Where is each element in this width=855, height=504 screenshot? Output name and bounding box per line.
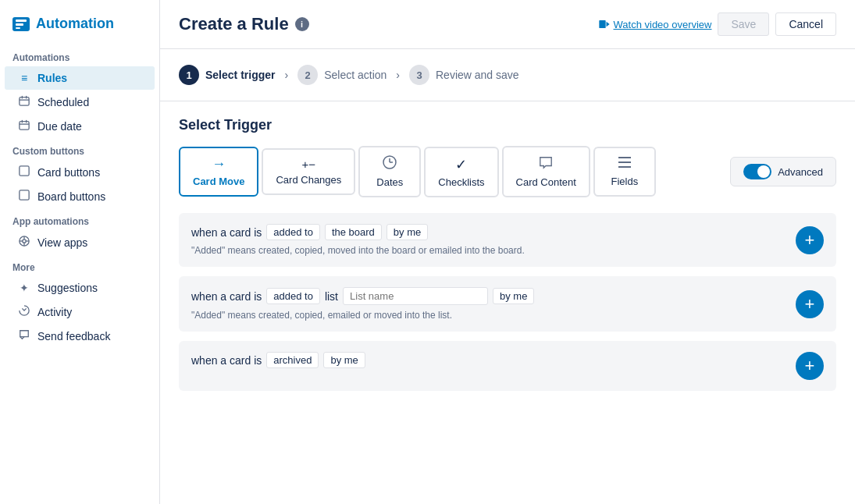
sidebar-item-send-feedback[interactable]: Send feedback bbox=[5, 324, 155, 348]
rule-list-input[interactable] bbox=[343, 287, 488, 305]
tab-card-changes-label: Card Changes bbox=[276, 174, 341, 186]
sidebar-item-suggestions-label: Suggestions bbox=[37, 282, 98, 294]
rule-archived-add-button[interactable]: + bbox=[796, 352, 824, 380]
step-arrow-2: › bbox=[396, 69, 400, 81]
svg-rect-11 bbox=[20, 166, 29, 176]
sidebar-item-view-apps-label: View apps bbox=[37, 236, 87, 249]
sidebar-item-board-buttons-label: Board buttons bbox=[37, 190, 105, 203]
step-3-label: Review and save bbox=[436, 69, 519, 81]
content-area: Select Trigger → Card Move +− Card Chang… bbox=[160, 101, 855, 504]
toggle-knob bbox=[757, 165, 770, 178]
page-title-area: Create a Rule i bbox=[179, 14, 590, 34]
page-title: Create a Rule bbox=[179, 14, 289, 34]
advanced-toggle[interactable]: Advanced bbox=[730, 157, 836, 186]
scheduled-icon bbox=[17, 95, 31, 108]
step-3: 3 Review and save bbox=[409, 65, 519, 85]
checklists-icon: ✓ bbox=[455, 156, 467, 173]
step-1-num: 1 bbox=[179, 65, 199, 85]
sidebar-item-view-apps[interactable]: View apps bbox=[5, 230, 155, 254]
info-icon[interactable]: i bbox=[295, 17, 309, 31]
section-automations: Automations bbox=[0, 44, 159, 66]
sidebar-item-due-date[interactable]: Due date bbox=[5, 114, 155, 138]
tab-dates-label: Dates bbox=[376, 176, 403, 188]
sidebar-title: Automation bbox=[36, 16, 114, 32]
step-2: 2 Select action bbox=[297, 65, 387, 85]
card-buttons-icon bbox=[17, 165, 31, 179]
sidebar-item-send-feedback-label: Send feedback bbox=[37, 330, 110, 343]
sidebar-item-card-buttons[interactable]: Card buttons bbox=[5, 160, 155, 184]
rules-icon: ≡ bbox=[17, 72, 31, 84]
tab-fields[interactable]: Fields bbox=[593, 147, 656, 197]
sidebar-item-rules[interactable]: ≡ Rules bbox=[5, 66, 155, 90]
rule-list-text-1: when a card is bbox=[191, 290, 262, 303]
sidebar-item-rules-label: Rules bbox=[37, 72, 67, 84]
svg-rect-19 bbox=[599, 20, 605, 28]
rule-card-archived-body: when a card is archived by me bbox=[191, 352, 786, 373]
sidebar-item-activity-label: Activity bbox=[37, 306, 72, 318]
suggestions-icon: ✦ bbox=[17, 282, 31, 294]
tab-card-content[interactable]: Card Content bbox=[502, 146, 590, 197]
svg-marker-20 bbox=[606, 22, 609, 27]
svg-rect-1 bbox=[16, 23, 23, 26]
step-3-num: 3 bbox=[409, 65, 429, 85]
section-more: More bbox=[0, 254, 159, 276]
tab-checklists-label: Checklists bbox=[438, 176, 484, 188]
section-custom-buttons: Custom buttons bbox=[0, 138, 159, 160]
svg-rect-7 bbox=[20, 122, 29, 130]
rule-board-pill-board[interactable]: the board bbox=[325, 224, 382, 240]
send-feedback-icon bbox=[17, 329, 31, 343]
rule-card-list: when a card is added to list by me "Adde… bbox=[179, 276, 836, 332]
rule-card-list-body: when a card is added to list by me "Adde… bbox=[191, 287, 786, 321]
fields-icon bbox=[618, 156, 632, 172]
step-2-num: 2 bbox=[297, 65, 318, 85]
cancel-button[interactable]: Cancel bbox=[775, 12, 836, 36]
automation-logo-icon bbox=[12, 17, 30, 31]
activity-icon bbox=[17, 305, 31, 318]
sidebar-item-board-buttons[interactable]: Board buttons bbox=[5, 184, 155, 208]
rule-list-pill-by-me[interactable]: by me bbox=[493, 288, 534, 304]
video-link-text: Watch video overview bbox=[614, 19, 712, 30]
card-content-icon bbox=[539, 155, 553, 173]
card-move-icon: → bbox=[212, 156, 226, 172]
rule-card-board-body: when a card is added to the board by me … bbox=[191, 224, 786, 256]
main-content: Create a Rule i Watch video overview Sav… bbox=[160, 0, 855, 504]
step-2-label: Select action bbox=[324, 69, 387, 81]
card-changes-icon: +− bbox=[302, 158, 316, 171]
save-button[interactable]: Save bbox=[718, 12, 769, 36]
view-apps-icon bbox=[17, 236, 31, 249]
sidebar-item-scheduled[interactable]: Scheduled bbox=[5, 90, 155, 114]
rule-list-note: "Added" means created, copied, emailed o… bbox=[191, 310, 786, 321]
rule-board-add-button[interactable]: + bbox=[796, 226, 824, 254]
sidebar-item-activity[interactable]: Activity bbox=[5, 300, 155, 324]
svg-point-14 bbox=[23, 240, 26, 243]
rule-list-text-2: list bbox=[325, 290, 338, 303]
svg-rect-2 bbox=[16, 27, 20, 29]
svg-rect-3 bbox=[20, 98, 29, 106]
rule-archived-row: when a card is archived by me bbox=[191, 352, 786, 368]
toggle-switch[interactable] bbox=[743, 164, 771, 179]
tab-card-move[interactable]: → Card Move bbox=[179, 147, 258, 197]
rule-card-archived: when a card is archived by me + bbox=[179, 341, 836, 391]
due-date-icon bbox=[17, 119, 31, 133]
rule-archived-pill-by-me[interactable]: by me bbox=[323, 352, 365, 368]
dates-icon bbox=[383, 155, 397, 173]
page-header: Create a Rule i Watch video overview Sav… bbox=[160, 0, 855, 49]
rule-board-pill-by-me[interactable]: by me bbox=[387, 224, 428, 240]
watch-video-link[interactable]: Watch video overview bbox=[599, 19, 712, 30]
steps-bar: 1 Select trigger › 2 Select action › 3 R… bbox=[160, 49, 855, 101]
svg-rect-12 bbox=[20, 190, 29, 200]
tab-dates[interactable]: Dates bbox=[358, 146, 421, 197]
rule-archived-pill-archived[interactable]: archived bbox=[266, 352, 319, 368]
rule-list-add-button[interactable]: + bbox=[796, 290, 824, 318]
sidebar-item-suggestions[interactable]: ✦ Suggestions bbox=[5, 276, 155, 300]
rule-board-text-1: when a card is bbox=[191, 226, 262, 239]
tab-card-changes[interactable]: +− Card Changes bbox=[262, 148, 355, 195]
tab-card-move-label: Card Move bbox=[193, 176, 244, 187]
rule-board-pill-added[interactable]: added to bbox=[266, 224, 320, 240]
rule-list-pill-added[interactable]: added to bbox=[266, 288, 320, 304]
tab-checklists[interactable]: ✓ Checklists bbox=[424, 147, 498, 197]
section-title: Select Trigger bbox=[179, 117, 836, 133]
step-1-label: Select trigger bbox=[205, 69, 275, 81]
sidebar-item-card-buttons-label: Card buttons bbox=[37, 166, 100, 179]
tab-card-content-label: Card Content bbox=[516, 176, 576, 188]
